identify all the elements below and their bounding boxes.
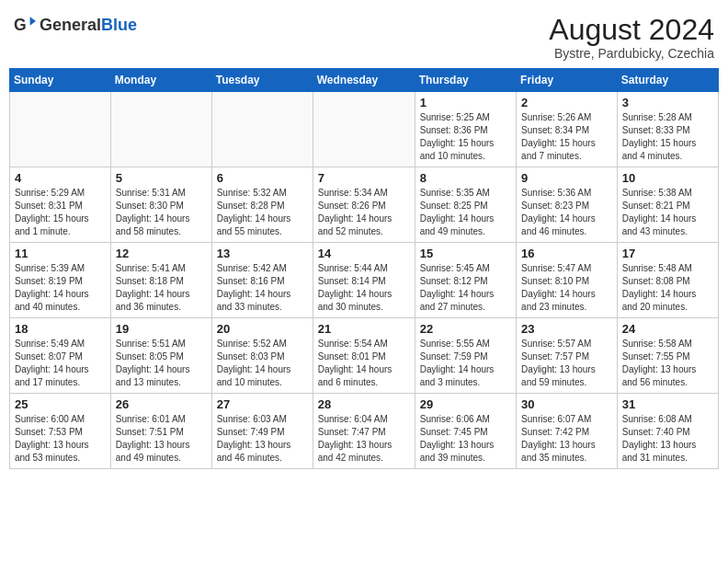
calendar-cell: 23Sunrise: 5:57 AM Sunset: 7:57 PM Dayli… <box>517 318 618 394</box>
day-info: Sunrise: 6:08 AM Sunset: 7:40 PM Dayligh… <box>622 413 713 465</box>
day-number: 13 <box>217 247 308 260</box>
column-header-saturday: Saturday <box>617 69 718 92</box>
day-number: 18 <box>15 322 106 336</box>
column-header-friday: Friday <box>517 69 618 92</box>
calendar-cell: 25Sunrise: 6:00 AM Sunset: 7:53 PM Dayli… <box>10 394 111 469</box>
calendar-cell: 13Sunrise: 5:42 AM Sunset: 8:16 PM Dayli… <box>211 243 313 318</box>
calendar-cell: 26Sunrise: 6:01 AM Sunset: 7:51 PM Dayli… <box>110 394 211 469</box>
calendar-cell: 18Sunrise: 5:49 AM Sunset: 8:07 PM Dayli… <box>10 318 111 394</box>
day-info: Sunrise: 6:03 AM Sunset: 7:49 PM Dayligh… <box>217 413 308 465</box>
day-info: Sunrise: 5:49 AM Sunset: 8:07 PM Dayligh… <box>15 338 106 389</box>
day-number: 15 <box>420 247 511 260</box>
day-info: Sunrise: 5:51 AM Sunset: 8:05 PM Dayligh… <box>116 338 207 389</box>
logo-blue-text: Blue <box>101 16 137 34</box>
day-number: 27 <box>217 397 308 411</box>
column-header-thursday: Thursday <box>415 69 516 92</box>
logo-icon: G <box>14 14 36 36</box>
day-number: 21 <box>318 322 410 336</box>
calendar-cell: 7Sunrise: 5:34 AM Sunset: 8:26 PM Daylig… <box>313 167 415 243</box>
logo-general-text: General <box>40 16 101 34</box>
day-number: 26 <box>116 397 207 411</box>
calendar-cell: 21Sunrise: 5:54 AM Sunset: 8:01 PM Dayli… <box>313 318 415 394</box>
day-number: 23 <box>521 322 612 336</box>
calendar-week-5: 25Sunrise: 6:00 AM Sunset: 7:53 PM Dayli… <box>10 394 719 469</box>
calendar-cell: 17Sunrise: 5:48 AM Sunset: 8:08 PM Dayli… <box>617 243 718 318</box>
month-title: August 2024 <box>549 14 714 46</box>
calendar-cell <box>10 92 111 167</box>
calendar-table: SundayMondayTuesdayWednesdayThursdayFrid… <box>9 68 719 469</box>
day-info: Sunrise: 5:58 AM Sunset: 7:55 PM Dayligh… <box>622 338 713 389</box>
day-info: Sunrise: 5:34 AM Sunset: 8:26 PM Dayligh… <box>318 187 410 238</box>
day-info: Sunrise: 5:52 AM Sunset: 8:03 PM Dayligh… <box>217 338 308 389</box>
calendar-cell: 29Sunrise: 6:06 AM Sunset: 7:45 PM Dayli… <box>415 394 516 469</box>
calendar-cell: 31Sunrise: 6:08 AM Sunset: 7:40 PM Dayli… <box>617 394 718 469</box>
day-number: 3 <box>622 96 713 109</box>
day-info: Sunrise: 6:06 AM Sunset: 7:45 PM Dayligh… <box>420 413 511 465</box>
calendar-cell: 10Sunrise: 5:38 AM Sunset: 8:21 PM Dayli… <box>617 167 718 243</box>
calendar-cell: 6Sunrise: 5:32 AM Sunset: 8:28 PM Daylig… <box>211 167 313 243</box>
day-number: 25 <box>15 397 106 411</box>
day-info: Sunrise: 5:28 AM Sunset: 8:33 PM Dayligh… <box>622 111 713 163</box>
day-info: Sunrise: 5:55 AM Sunset: 7:59 PM Dayligh… <box>420 338 511 389</box>
day-info: Sunrise: 5:57 AM Sunset: 7:57 PM Dayligh… <box>521 338 612 389</box>
day-number: 1 <box>420 96 511 109</box>
day-info: Sunrise: 5:39 AM Sunset: 8:19 PM Dayligh… <box>15 262 106 314</box>
column-header-monday: Monday <box>110 69 211 92</box>
calendar-cell: 30Sunrise: 6:07 AM Sunset: 7:42 PM Dayli… <box>517 394 618 469</box>
day-info: Sunrise: 5:45 AM Sunset: 8:12 PM Dayligh… <box>420 262 511 314</box>
day-info: Sunrise: 5:26 AM Sunset: 8:34 PM Dayligh… <box>521 111 612 163</box>
column-header-wednesday: Wednesday <box>313 69 415 92</box>
calendar-week-3: 11Sunrise: 5:39 AM Sunset: 8:19 PM Dayli… <box>10 243 719 318</box>
day-number: 10 <box>622 171 713 185</box>
day-info: Sunrise: 5:32 AM Sunset: 8:28 PM Dayligh… <box>217 187 308 238</box>
day-number: 16 <box>521 247 612 260</box>
calendar-week-4: 18Sunrise: 5:49 AM Sunset: 8:07 PM Dayli… <box>10 318 719 394</box>
svg-marker-1 <box>30 17 36 26</box>
day-number: 20 <box>217 322 308 336</box>
day-info: Sunrise: 6:01 AM Sunset: 7:51 PM Dayligh… <box>116 413 207 465</box>
title-area: August 2024 Bystre, Pardubicky, Czechia <box>549 14 714 61</box>
calendar-cell <box>211 92 313 167</box>
day-info: Sunrise: 5:42 AM Sunset: 8:16 PM Dayligh… <box>217 262 308 314</box>
day-info: Sunrise: 5:38 AM Sunset: 8:21 PM Dayligh… <box>622 187 713 238</box>
calendar-cell: 12Sunrise: 5:41 AM Sunset: 8:18 PM Dayli… <box>110 243 211 318</box>
page-header: G GeneralBlue August 2024 Bystre, Pardub… <box>9 9 719 61</box>
calendar-cell: 2Sunrise: 5:26 AM Sunset: 8:34 PM Daylig… <box>517 92 618 167</box>
svg-text:G: G <box>14 16 27 34</box>
day-number: 17 <box>622 247 713 260</box>
day-number: 22 <box>420 322 511 336</box>
day-info: Sunrise: 6:04 AM Sunset: 7:47 PM Dayligh… <box>318 413 410 465</box>
day-number: 29 <box>420 397 511 411</box>
calendar-cell: 28Sunrise: 6:04 AM Sunset: 7:47 PM Dayli… <box>313 394 415 469</box>
calendar-cell: 11Sunrise: 5:39 AM Sunset: 8:19 PM Dayli… <box>10 243 111 318</box>
day-info: Sunrise: 5:47 AM Sunset: 8:10 PM Dayligh… <box>521 262 612 314</box>
day-number: 4 <box>15 171 106 185</box>
day-number: 7 <box>318 171 410 185</box>
day-number: 12 <box>116 247 207 260</box>
calendar-cell: 20Sunrise: 5:52 AM Sunset: 8:03 PM Dayli… <box>211 318 313 394</box>
column-header-sunday: Sunday <box>10 69 111 92</box>
day-number: 11 <box>15 247 106 260</box>
day-number: 2 <box>521 96 612 109</box>
calendar-cell: 14Sunrise: 5:44 AM Sunset: 8:14 PM Dayli… <box>313 243 415 318</box>
calendar-header-row: SundayMondayTuesdayWednesdayThursdayFrid… <box>10 69 719 92</box>
logo: G GeneralBlue <box>14 14 137 36</box>
calendar-cell: 22Sunrise: 5:55 AM Sunset: 7:59 PM Dayli… <box>415 318 516 394</box>
calendar-cell: 24Sunrise: 5:58 AM Sunset: 7:55 PM Dayli… <box>617 318 718 394</box>
day-number: 31 <box>622 397 713 411</box>
day-info: Sunrise: 6:00 AM Sunset: 7:53 PM Dayligh… <box>15 413 106 465</box>
day-info: Sunrise: 5:44 AM Sunset: 8:14 PM Dayligh… <box>318 262 410 314</box>
day-number: 6 <box>217 171 308 185</box>
calendar-cell: 27Sunrise: 6:03 AM Sunset: 7:49 PM Dayli… <box>211 394 313 469</box>
calendar-cell: 5Sunrise: 5:31 AM Sunset: 8:30 PM Daylig… <box>110 167 211 243</box>
day-info: Sunrise: 5:35 AM Sunset: 8:25 PM Dayligh… <box>420 187 511 238</box>
day-number: 8 <box>420 171 511 185</box>
calendar-cell <box>313 92 415 167</box>
day-number: 5 <box>116 171 207 185</box>
day-info: Sunrise: 5:29 AM Sunset: 8:31 PM Dayligh… <box>15 187 106 238</box>
day-info: Sunrise: 5:54 AM Sunset: 8:01 PM Dayligh… <box>318 338 410 389</box>
day-info: Sunrise: 5:36 AM Sunset: 8:23 PM Dayligh… <box>521 187 612 238</box>
calendar-cell: 16Sunrise: 5:47 AM Sunset: 8:10 PM Dayli… <box>517 243 618 318</box>
calendar-cell: 9Sunrise: 5:36 AM Sunset: 8:23 PM Daylig… <box>517 167 618 243</box>
day-info: Sunrise: 6:07 AM Sunset: 7:42 PM Dayligh… <box>521 413 612 465</box>
